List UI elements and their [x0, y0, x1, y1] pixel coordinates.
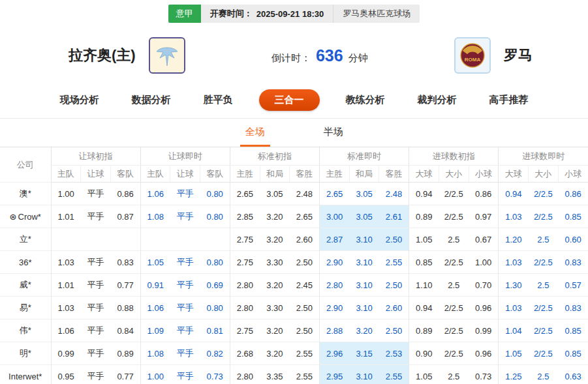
odds-cell[interactable]: 2.80: [230, 297, 260, 319]
odds-cell[interactable]: 1.05: [409, 365, 439, 384]
odds-cell[interactable]: 0.57: [558, 274, 588, 297]
odds-cell[interactable]: 0.90: [409, 342, 439, 365]
odds-cell[interactable]: 2/2.5: [439, 319, 469, 342]
odds-cell[interactable]: 2/2.5: [439, 205, 469, 228]
nav-tab-2[interactable]: 胜平负: [197, 90, 240, 110]
odds-cell[interactable]: 0.80: [200, 205, 230, 228]
odds-cell[interactable]: 3.05: [349, 183, 379, 205]
odds-cell[interactable]: 3.10: [349, 228, 379, 251]
nav-tab-1[interactable]: 数据分析: [125, 90, 178, 110]
odds-cell[interactable]: 2.55: [379, 251, 409, 274]
subtab-0[interactable]: 全场: [240, 119, 270, 147]
odds-cell[interactable]: 0.88: [110, 297, 140, 319]
odds-cell[interactable]: 2.50: [290, 297, 320, 319]
company-cell[interactable]: 威*: [0, 274, 51, 297]
odds-cell[interactable]: 2.75: [230, 228, 260, 251]
odds-cell[interactable]: 2.87: [319, 228, 349, 251]
odds-cell[interactable]: 3.10: [349, 251, 379, 274]
odds-cell[interactable]: 3.10: [349, 297, 379, 319]
odds-cell[interactable]: 2.65: [290, 205, 320, 228]
odds-cell[interactable]: 2.65: [319, 183, 349, 205]
odds-cell[interactable]: 3.05: [260, 183, 290, 205]
odds-cell[interactable]: 2.5: [439, 274, 469, 297]
odds-cell[interactable]: 0.89: [409, 205, 439, 228]
odds-cell[interactable]: 0.81: [200, 319, 230, 342]
odds-cell[interactable]: 2.55: [290, 342, 320, 365]
odds-cell[interactable]: 1.04: [499, 319, 529, 342]
odds-cell[interactable]: 平手: [81, 183, 111, 205]
odds-cell[interactable]: 0.73: [200, 365, 230, 384]
odds-cell[interactable]: 2/2.5: [529, 205, 559, 228]
odds-cell[interactable]: 1.03: [51, 251, 81, 274]
odds-cell[interactable]: 1.01: [51, 205, 81, 228]
odds-cell[interactable]: 3.30: [260, 297, 290, 319]
odds-cell[interactable]: 0.85: [558, 205, 588, 228]
odds-cell[interactable]: 0.89: [110, 342, 140, 365]
nav-tab-6[interactable]: 高手推荐: [483, 90, 535, 110]
company-cell[interactable]: 澳*: [0, 183, 51, 205]
odds-cell[interactable]: 0.94: [409, 297, 439, 319]
odds-cell[interactable]: 0.96: [469, 297, 499, 319]
odds-cell[interactable]: 1.08: [140, 205, 170, 228]
odds-cell[interactable]: 平手: [170, 205, 200, 228]
odds-cell[interactable]: 1.03: [499, 205, 529, 228]
odds-cell[interactable]: 平手: [81, 274, 111, 297]
odds-cell[interactable]: 2/2.5: [439, 342, 469, 365]
odds-cell[interactable]: 3.20: [260, 205, 290, 228]
odds-cell[interactable]: 3.20: [260, 342, 290, 365]
odds-cell[interactable]: 0.94: [499, 183, 529, 205]
odds-cell[interactable]: 2.90: [319, 251, 349, 274]
odds-cell[interactable]: 0.67: [469, 228, 499, 251]
league-badge[interactable]: 意甲: [168, 5, 201, 23]
company-cell[interactable]: 明*: [0, 342, 51, 365]
odds-cell[interactable]: 0.86: [558, 183, 588, 205]
odds-cell[interactable]: 2.55: [290, 365, 320, 384]
odds-cell[interactable]: 0.99: [469, 319, 499, 342]
odds-cell[interactable]: 2.95: [319, 365, 349, 384]
odds-cell[interactable]: 平手: [81, 319, 111, 342]
odds-cell[interactable]: 1.00: [140, 365, 170, 384]
odds-cell[interactable]: 2.60: [290, 228, 320, 251]
odds-cell[interactable]: 2.68: [230, 342, 260, 365]
odds-cell[interactable]: 2/2.5: [529, 342, 559, 365]
odds-cell[interactable]: 平手: [81, 205, 111, 228]
odds-cell[interactable]: 0.60: [558, 228, 588, 251]
odds-cell[interactable]: 2.88: [319, 319, 349, 342]
odds-cell[interactable]: 0.99: [51, 342, 81, 365]
company-cell[interactable]: 易*: [0, 297, 51, 319]
odds-cell[interactable]: 0.80: [200, 183, 230, 205]
odds-cell[interactable]: 2/2.5: [439, 251, 469, 274]
odds-cell[interactable]: 3.35: [260, 365, 290, 384]
odds-cell[interactable]: 2/2.5: [439, 297, 469, 319]
odds-cell[interactable]: 2.50: [290, 319, 320, 342]
odds-cell[interactable]: 1.10: [409, 274, 439, 297]
odds-cell[interactable]: 2.75: [230, 319, 260, 342]
odds-cell[interactable]: 2/2.5: [529, 183, 559, 205]
odds-cell[interactable]: 3.20: [260, 319, 290, 342]
odds-cell[interactable]: 2.90: [319, 297, 349, 319]
odds-cell[interactable]: 0.83: [558, 297, 588, 319]
odds-cell[interactable]: 1.25: [499, 365, 529, 384]
odds-cell[interactable]: 0.73: [469, 365, 499, 384]
odds-cell[interactable]: 0.85: [558, 319, 588, 342]
odds-cell[interactable]: 1.00: [51, 183, 81, 205]
odds-cell[interactable]: 1.09: [140, 319, 170, 342]
odds-cell[interactable]: 平手: [170, 274, 200, 297]
odds-cell[interactable]: 平手: [170, 319, 200, 342]
odds-cell[interactable]: 0.85: [558, 342, 588, 365]
company-cell[interactable]: 立*: [0, 228, 51, 251]
odds-cell[interactable]: 0.97: [469, 205, 499, 228]
odds-cell[interactable]: 平手: [170, 183, 200, 205]
odds-cell[interactable]: 0.95: [51, 365, 81, 384]
odds-cell[interactable]: 2.75: [230, 251, 260, 274]
odds-cell[interactable]: 3.05: [349, 205, 379, 228]
odds-cell[interactable]: 2.65: [230, 183, 260, 205]
odds-cell[interactable]: 2.60: [379, 297, 409, 319]
odds-cell[interactable]: 2.80: [319, 274, 349, 297]
odds-cell[interactable]: 3.30: [260, 251, 290, 274]
odds-cell[interactable]: 0.82: [200, 342, 230, 365]
odds-cell[interactable]: 2/2.5: [439, 183, 469, 205]
odds-cell[interactable]: 1.05: [409, 228, 439, 251]
odds-cell[interactable]: 1.08: [140, 342, 170, 365]
odds-cell[interactable]: 2.5: [529, 365, 559, 384]
